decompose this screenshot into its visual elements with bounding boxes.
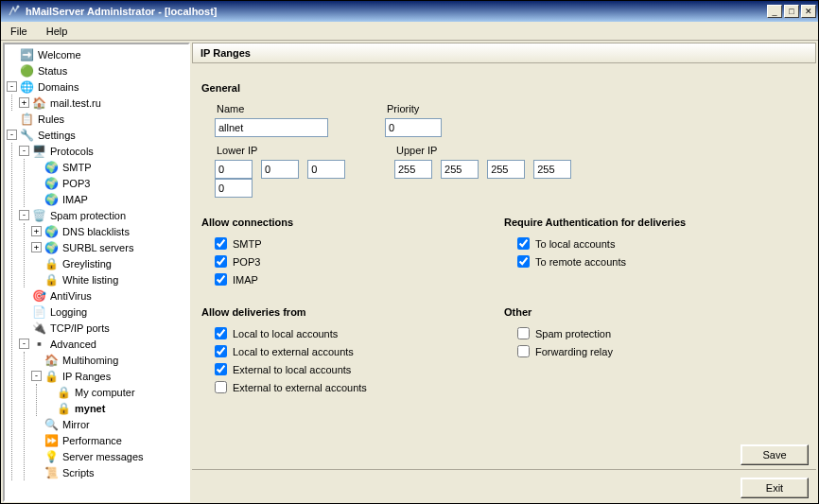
tree-imap[interactable]: 🌍IMAP	[31, 191, 186, 207]
allowconn-heading: Allow connections	[201, 217, 504, 228]
lock-icon: 🔒	[44, 256, 59, 271]
lowerip-2[interactable]	[307, 160, 345, 179]
tree-logging[interactable]: 📄Logging	[19, 304, 186, 320]
app-icon	[7, 4, 22, 19]
other-spam-checkbox[interactable]	[517, 327, 530, 339]
tree-servermsg[interactable]: 💡Server messages	[31, 448, 186, 464]
allow-pop3-checkbox[interactable]	[215, 255, 227, 268]
bulb-icon: 💡	[44, 449, 59, 464]
tree-domains[interactable]: -🌐Domains	[7, 78, 186, 95]
menu-bar: File Help	[1, 22, 818, 41]
lowerip-3[interactable]	[215, 179, 253, 198]
other-fwd-checkbox[interactable]	[517, 345, 530, 357]
maximize-button[interactable]: □	[784, 5, 799, 18]
tree-rules[interactable]: 📋Rules	[7, 111, 186, 127]
allow-pop3-label: POP3	[233, 256, 260, 268]
tree-dnsbl[interactable]: +🌍DNS blacklists	[31, 223, 186, 239]
lowerip-1[interactable]	[261, 160, 299, 179]
window-title: hMailServer Administrator - [localhost]	[26, 6, 767, 17]
lock-icon: 🔒	[44, 369, 59, 384]
expand-icon[interactable]: +	[31, 242, 42, 252]
exit-button[interactable]: Exit	[741, 478, 809, 498]
deliv-ll-label: Local to local accounts	[233, 328, 338, 339]
lock-icon: 🔒	[56, 385, 71, 400]
tree-settings[interactable]: -🔧Settings	[7, 127, 186, 143]
tree-advanced[interactable]: -▪️Advanced	[19, 336, 186, 352]
tree-status[interactable]: 🟢Status	[7, 62, 186, 78]
reqauth-remote-checkbox[interactable]	[517, 255, 530, 268]
other-fwd-label: Forwarding relay	[535, 346, 613, 357]
tree-mycomputer[interactable]: 🔒My computer	[44, 384, 186, 400]
svg-point-0	[17, 6, 20, 9]
world-icon: 🌍	[44, 224, 59, 239]
menu-help[interactable]: Help	[41, 24, 74, 39]
expand-icon[interactable]: +	[19, 97, 29, 108]
script-icon: 📜	[44, 465, 59, 480]
collapse-icon[interactable]: -	[19, 146, 29, 156]
collapse-icon[interactable]: -	[19, 210, 29, 220]
upperip-3[interactable]	[533, 160, 571, 179]
priority-label: Priority	[385, 103, 442, 114]
name-label: Name	[215, 103, 328, 114]
upperip-1[interactable]	[441, 160, 479, 179]
name-input[interactable]	[215, 118, 328, 137]
port-icon: 🔌	[31, 321, 46, 336]
tree-performance[interactable]: ⏩Performance	[31, 432, 186, 448]
minimize-button[interactable]: _	[767, 5, 782, 18]
collapse-icon[interactable]: -	[7, 81, 17, 92]
deliv-ll-checkbox[interactable]	[215, 327, 227, 339]
tree-greylisting[interactable]: 🔒Greylisting	[31, 255, 186, 271]
tree-smtp[interactable]: 🌍SMTP	[31, 159, 186, 175]
deliv-el-checkbox[interactable]	[215, 363, 227, 375]
tree-mail-test[interactable]: +🏠mail.test.ru	[19, 95, 186, 111]
tree-sidebar[interactable]: ➡️Welcome 🟢Status -🌐Domains +🏠mail.test.…	[3, 43, 190, 502]
tree-multihoming[interactable]: 🏠Multihoming	[31, 352, 186, 368]
collapse-icon[interactable]: -	[31, 371, 42, 381]
deliv-ee-checkbox[interactable]	[215, 381, 227, 393]
tree-scripts[interactable]: 📜Scripts	[31, 464, 186, 480]
close-button[interactable]: ✕	[801, 5, 816, 18]
tree-ipranges[interactable]: -🔒IP Ranges	[31, 368, 186, 384]
other-spam-label: Spam protection	[535, 328, 611, 339]
globe-icon: 🌐	[19, 79, 34, 95]
tree-welcome[interactable]: ➡️Welcome	[7, 46, 186, 62]
allow-smtp-checkbox[interactable]	[215, 237, 227, 250]
tree-surbl[interactable]: +🌍SURBL servers	[31, 239, 186, 255]
save-button[interactable]: Save	[741, 444, 809, 465]
target-icon: 🎯	[31, 288, 46, 304]
window-buttons: _ □ ✕	[767, 5, 816, 18]
tree-whitelisting[interactable]: 🔒White listing	[31, 271, 186, 287]
priority-input[interactable]	[385, 118, 442, 137]
spam-icon: 🗑️	[31, 208, 46, 223]
reqauth-remote-label: To remote accounts	[535, 256, 626, 268]
expand-icon[interactable]: +	[31, 226, 42, 236]
upperip-2[interactable]	[487, 160, 525, 179]
world-icon: 🌍	[44, 240, 59, 255]
other-heading: Other	[504, 306, 807, 318]
performance-icon: ⏩	[44, 433, 59, 448]
deliv-el-label: External to local accounts	[233, 364, 351, 375]
wrench-icon: 🔧	[19, 128, 34, 143]
tree-pop3[interactable]: 🌍POP3	[31, 175, 186, 191]
upperip-0[interactable]	[394, 160, 432, 179]
reqauth-local-checkbox[interactable]	[517, 237, 530, 250]
lowerip-0[interactable]	[215, 160, 253, 179]
allow-imap-checkbox[interactable]	[215, 273, 227, 286]
allow-imap-label: IMAP	[233, 274, 258, 286]
reqauth-local-label: To local accounts	[535, 238, 615, 250]
tree-mynet[interactable]: 🔒mynet	[44, 400, 186, 416]
tree-antivirus[interactable]: 🎯AntiVirus	[19, 287, 186, 304]
tree-protocols[interactable]: -🖥️Protocols	[19, 143, 186, 159]
collapse-icon[interactable]: -	[7, 130, 17, 140]
tree-mirror[interactable]: 🔍Mirror	[31, 416, 186, 432]
arrow-right-icon: ➡️	[19, 47, 34, 62]
collapse-icon[interactable]: -	[19, 339, 29, 349]
deliv-ee-label: External to external accounts	[233, 382, 367, 393]
rules-icon: 📋	[19, 112, 34, 127]
tree-spam[interactable]: -🗑️Spam protection	[19, 207, 186, 223]
menu-file[interactable]: File	[5, 24, 33, 39]
lock-icon: 🔒	[44, 272, 59, 287]
tree-tcpip[interactable]: 🔌TCP/IP ports	[19, 320, 186, 336]
lock-icon: 🔒	[56, 401, 71, 416]
deliv-le-checkbox[interactable]	[215, 345, 227, 357]
